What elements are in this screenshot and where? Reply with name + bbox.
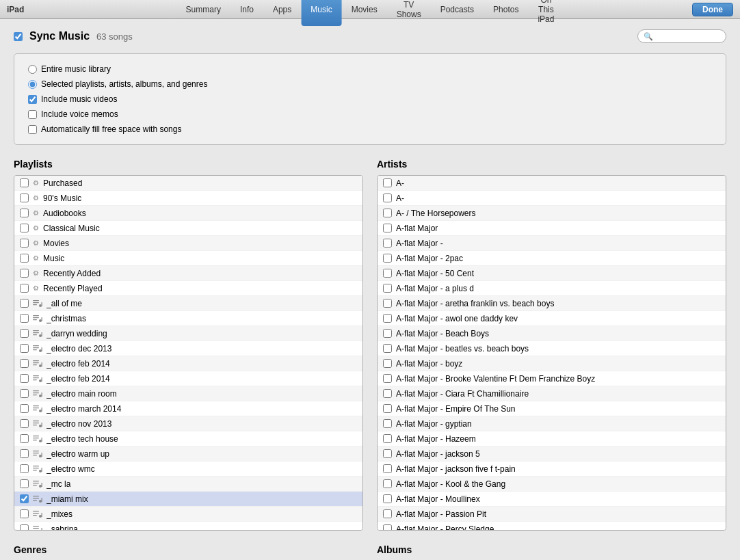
svg-rect-69 <box>42 498 42 502</box>
list-item: _electro nov 2013 <box>14 416 362 431</box>
done-button[interactable]: Done <box>692 3 733 16</box>
playlist-checkbox-electro-dec[interactable] <box>20 344 29 353</box>
tab-on-this-ipad[interactable]: On This iPad <box>528 0 564 26</box>
playlist-checkbox-miami-mix[interactable] <box>20 494 29 503</box>
artist-item: A- / The Horsepowers <box>378 206 726 221</box>
tab-summary[interactable]: Summary <box>176 0 230 26</box>
artist-checkbox-aflat-percy[interactable] <box>383 524 392 531</box>
gear-icon: ⚙ <box>33 179 39 187</box>
artist-checkbox-aflat[interactable] <box>383 224 392 232</box>
playlist-checkbox-sabrina[interactable] <box>20 524 29 531</box>
tab-tvshows[interactable]: TV Shows <box>387 0 431 26</box>
playlist-checkbox-electro-main[interactable] <box>20 389 29 398</box>
playlist-checkbox-recently-played[interactable] <box>20 284 29 293</box>
tab-music[interactable]: Music <box>301 0 341 26</box>
svg-point-23 <box>39 364 42 367</box>
svg-rect-40 <box>33 421 39 421</box>
playlist-checkbox-darryn[interactable] <box>20 329 29 338</box>
sync-header: Sync Music 63 songs 🔍 <box>14 29 726 43</box>
nav-tabs: Summary Info Apps Music Movies TV Shows … <box>176 0 564 26</box>
artist-checkbox-aflat-passion[interactable] <box>383 509 392 518</box>
playlist-music-icon <box>33 525 42 531</box>
tab-apps[interactable]: Apps <box>263 0 301 26</box>
playlist-checkbox-electro-feb1[interactable] <box>20 359 29 368</box>
svg-rect-24 <box>42 362 42 366</box>
svg-rect-46 <box>33 438 39 438</box>
playlist-checkbox-christmas[interactable] <box>20 314 29 323</box>
playlist-checkbox-purchased[interactable] <box>20 178 29 187</box>
artist-checkbox-aflat-beatles[interactable] <box>383 344 392 353</box>
playlist-checkbox-mc-la[interactable] <box>20 479 29 488</box>
artist-checkbox-aflat-awol[interactable] <box>383 314 392 323</box>
gear-icon: ⚙ <box>33 209 39 217</box>
playlist-checkbox-music[interactable] <box>20 254 29 263</box>
playlist-checkbox-all-of-me[interactable] <box>20 299 29 308</box>
artist-checkbox-aflat-hazeem[interactable] <box>383 434 392 443</box>
tab-photos[interactable]: Photos <box>484 0 528 26</box>
playlist-checkbox-classical[interactable] <box>20 224 29 232</box>
auto-fill-row: Automatically fill free space with songs <box>28 124 712 134</box>
artist-checkbox-aflat-moullinex[interactable] <box>383 494 392 503</box>
playlist-checkbox-electro-nov[interactable] <box>20 419 29 428</box>
artist-checkbox-aflat-dash[interactable] <box>383 239 392 248</box>
artist-checkbox-a1[interactable] <box>383 178 392 187</box>
selected-option-radio[interactable] <box>28 80 37 89</box>
svg-rect-50 <box>33 451 39 451</box>
playlist-checkbox-mixes[interactable] <box>20 509 29 518</box>
svg-rect-1 <box>33 302 39 303</box>
playlist-checkbox-movies[interactable] <box>20 239 29 248</box>
artist-checkbox-aflat-brooke[interactable] <box>383 374 392 383</box>
svg-rect-57 <box>33 470 37 470</box>
include-videos-checkbox[interactable] <box>28 95 37 104</box>
playlist-music-icon <box>33 299 42 308</box>
svg-rect-16 <box>33 347 39 348</box>
playlist-label-sabrina: _sabrina <box>47 524 78 531</box>
entire-library-radio[interactable] <box>28 65 37 74</box>
artist-checkbox-aflat-jackson-five[interactable] <box>383 464 392 473</box>
playlist-checkbox-recently-added[interactable] <box>20 269 29 278</box>
playlist-checkbox-90s[interactable] <box>20 194 29 202</box>
sync-music-checkbox[interactable] <box>14 32 23 41</box>
artist-label: A-flat Major - boyz <box>396 359 462 369</box>
artist-label: A- / The Horsepowers <box>396 209 476 218</box>
include-voice-checkbox[interactable] <box>28 110 37 119</box>
playlist-checkbox-electro-march[interactable] <box>20 404 29 413</box>
genres-title: Genres <box>14 544 363 555</box>
artist-checkbox-aflat-kool[interactable] <box>383 479 392 488</box>
artist-checkbox-aflat-2pac[interactable] <box>383 254 392 263</box>
entire-library-row: Entire music library <box>28 64 712 74</box>
artist-item: A-flat Major - 2pac <box>378 251 726 266</box>
main-content: Sync Music 63 songs 🔍 Entire music libra… <box>0 19 740 560</box>
artist-checkbox-aflat-empire[interactable] <box>383 404 392 413</box>
gear-icon: ⚙ <box>33 269 39 277</box>
artist-checkbox-aflat-50cent[interactable] <box>383 269 392 278</box>
include-voice-row: Include voice memos <box>28 109 712 119</box>
artist-checkbox-aflat-ciara[interactable] <box>383 389 392 398</box>
tab-podcasts[interactable]: Podcasts <box>431 0 484 26</box>
playlist-checkbox-electro-tech[interactable] <box>20 434 29 443</box>
playlist-checkbox-electro-feb2[interactable] <box>20 374 29 383</box>
tab-info[interactable]: Info <box>230 0 263 26</box>
playlist-checkbox-electro-warm[interactable] <box>20 449 29 458</box>
svg-rect-2 <box>33 304 37 305</box>
search-input[interactable] <box>656 31 720 41</box>
artist-checkbox-aflat-gyptian[interactable] <box>383 419 392 428</box>
playlist-checkbox-audiobooks[interactable] <box>20 209 29 217</box>
artist-checkbox-aflat-jackson5[interactable] <box>383 449 392 458</box>
playlists-list[interactable]: ⚙ Purchased ⚙ 90's Music ⚙ Audiobooks ⚙ … <box>14 175 363 531</box>
artist-checkbox-horsepowers[interactable] <box>383 209 392 217</box>
auto-fill-checkbox[interactable] <box>28 125 37 134</box>
artist-checkbox-aflat-boyz[interactable] <box>383 359 392 368</box>
playlist-checkbox-electro-wmc[interactable] <box>20 464 29 473</box>
artist-checkbox-aflat-beach[interactable] <box>383 329 392 338</box>
artist-checkbox-aflat-aretha[interactable] <box>383 299 392 308</box>
top-bar: iPad Summary Info Apps Music Movies TV S… <box>0 0 740 19</box>
artist-checkbox-aflat-aplusd[interactable] <box>383 284 392 293</box>
tab-movies[interactable]: Movies <box>342 0 387 26</box>
svg-rect-11 <box>33 332 39 333</box>
artist-item: A-flat Major - Percy Sledge <box>378 522 726 531</box>
artist-label: A-flat Major - a plus d <box>396 284 474 293</box>
artists-list[interactable]: A- A- A- / The Horsepowers A-flat Major … <box>377 175 726 531</box>
artist-checkbox-a2[interactable] <box>383 194 392 202</box>
svg-rect-41 <box>33 423 39 423</box>
